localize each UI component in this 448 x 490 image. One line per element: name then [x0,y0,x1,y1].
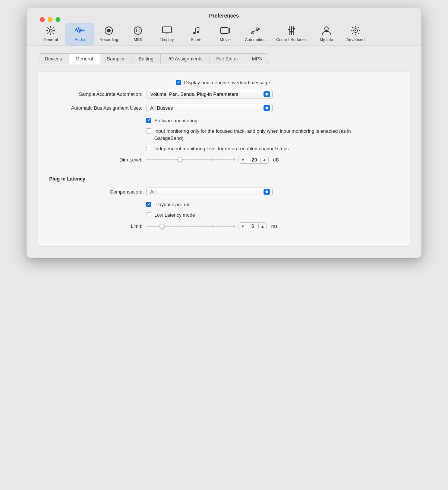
svg-rect-13 [288,29,290,30]
toolbar-item-movie[interactable]: Movie [211,23,240,45]
limit-stepper[interactable]: ▼ 5 ▲ [239,222,267,230]
tab-io-assignments[interactable]: I/O Assignments [161,54,210,64]
toolbar-item-midi[interactable]: MIDI [123,23,152,45]
sample-accurate-select[interactable]: Volume, Pan, Sends, Plug-in Parameters [146,90,273,98]
toolbar-item-advanced[interactable]: Advanced [341,23,370,45]
sample-accurate-label: Sample Accurate Automation: [49,91,146,97]
plugin-latency-title: Plug-in Latency [49,176,399,182]
limit-slider[interactable] [146,226,236,227]
toolbar-item-display[interactable]: Display [152,23,182,45]
preferences-window: Preferences General [26,7,422,258]
gear-icon [45,25,56,36]
sample-accurate-row: Sample Accurate Automation: Volume, Pan,… [49,90,399,98]
software-monitoring-row: Software monitoring [146,117,399,124]
auto-bus-label: Automatic Bus Assignment Uses: [49,105,146,111]
toolbar-item-score[interactable]: Score [182,23,211,45]
dim-level-value: -20 [247,156,260,163]
display-overload-label: Display audio engine overload message [184,79,270,86]
auto-bus-row: Automatic Bus Assignment Uses: All Busse… [49,104,399,112]
minimize-button[interactable] [48,17,53,22]
toolbar-item-control-surfaces[interactable]: Control Surfaces [271,23,312,45]
tab-general[interactable]: General [69,54,100,64]
up-arrow3 [265,190,268,192]
toolbar-item-automation[interactable]: Automation [240,23,271,45]
settings-panel: Display audio engine overload message Sa… [38,72,410,247]
low-latency-row: Low Latency mode [146,212,399,219]
svg-rect-15 [293,28,295,29]
svg-point-18 [355,30,356,31]
independent-monitoring-checkbox[interactable] [146,146,151,151]
playback-preroll-checkbox[interactable] [146,202,151,207]
tab-sampler[interactable]: Sampler [100,54,132,64]
tab-editing[interactable]: Editing [132,54,161,64]
display-icon [162,25,172,36]
tab-devices[interactable]: Devices [38,54,69,64]
toolbar-label-general: General [43,37,58,42]
independent-monitoring-label: Independent monitoring level for record-… [154,145,289,152]
toolbar-label-control-surfaces: Control Surfaces [276,37,307,42]
down-arrow2 [265,108,268,110]
dim-level-stepper[interactable]: ▼ -20 ▲ [239,156,269,164]
maximize-button[interactable] [56,17,60,22]
limit-row: Limit: [49,222,399,230]
toolbar-label-movie: Movie [220,37,230,42]
limit-up[interactable]: ▲ [258,223,266,229]
auto-bus-select[interactable]: All Busses [146,104,273,112]
input-monitoring-checkbox[interactable] [146,128,151,134]
svg-point-2 [107,29,111,32]
midi-icon [133,25,143,36]
svg-point-6 [197,31,199,33]
toolbar-item-audio[interactable]: Audio [65,23,94,45]
limit-down[interactable]: ▼ [239,223,247,229]
toolbar-label-advanced: Advanced [346,37,365,42]
playback-preroll-label: Playback pre-roll [154,201,190,208]
tab-file-editor[interactable]: File Editor [209,54,245,64]
sample-accurate-arrow [264,91,270,97]
record-icon [104,25,114,36]
dim-level-thumb[interactable] [177,157,183,162]
toolbar-item-my-info[interactable]: My Info [312,23,341,45]
advanced-icon [350,25,361,36]
toolbar-item-recording[interactable]: Recording [94,23,123,45]
toolbar-label-score: Score [191,37,202,42]
toolbar-label-display: Display [160,37,174,42]
compensation-label: Compensation: [49,189,146,195]
input-monitoring-label: Input monitoring only for the focused tr… [154,128,363,141]
compensation-select[interactable]: All [146,188,273,196]
svg-point-9 [256,28,258,30]
up-arrow2 [265,106,268,108]
dim-level-up[interactable]: ▲ [260,157,268,163]
svg-rect-7 [221,28,228,34]
independent-monitoring-row: Independent monitoring level for record-… [146,145,399,152]
close-button[interactable] [40,17,45,22]
titlebar: Preferences General [26,7,422,46]
down-arrow3 [265,192,268,194]
toolbar-item-general[interactable]: General [36,23,65,45]
input-monitoring-row: Input monitoring only for the focused tr… [146,128,399,141]
limit-label: Limit: [49,223,146,229]
person-icon [321,25,332,36]
software-monitoring-checkbox[interactable] [146,118,151,123]
auto-bus-value: All Busses [150,105,261,111]
tab-mp3[interactable]: MP3 [245,54,269,64]
up-arrow [265,92,268,94]
dim-level-unit: dB [273,157,279,163]
sub-tabs: Devices General Sampler Editing I/O Assi… [38,53,269,64]
dim-level-slider-container: ▼ -20 ▲ dB [146,156,279,164]
dim-level-down[interactable]: ▼ [239,157,247,163]
dim-level-row: Dim Level: [49,156,399,164]
display-overload-checkbox[interactable] [176,80,181,85]
svg-point-0 [49,29,52,32]
audio-icon [75,25,85,36]
dim-level-label: Dim Level: [49,157,146,163]
svg-rect-14 [290,31,293,32]
movie-icon [220,25,230,36]
window-title: Preferences [209,13,239,19]
software-monitoring-label: Software monitoring [154,117,198,124]
limit-thumb[interactable] [160,224,165,229]
svg-point-16 [325,27,328,31]
limit-slider-container: ▼ 5 ▲ ms [146,222,278,230]
dim-level-slider[interactable] [146,159,236,160]
toolbar-label-automation: Automation [245,37,266,42]
low-latency-checkbox[interactable] [146,212,151,217]
